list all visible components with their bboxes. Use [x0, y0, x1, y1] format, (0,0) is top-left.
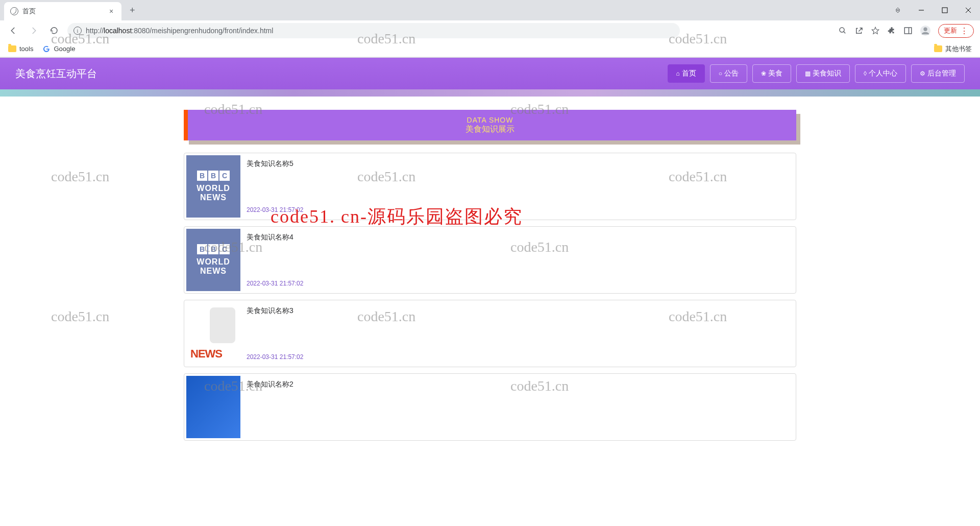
menu-dots-icon: ⋮ — [960, 26, 968, 36]
nav-label: 公告 — [724, 69, 739, 78]
address-bar: i http://localhost:8080/meishipengrenhud… — [0, 20, 980, 41]
url-text: http://localhost:8080/meishipengrenhudon… — [86, 27, 273, 35]
globe-icon — [10, 7, 18, 15]
main-nav: 美食烹饪互动平台 ⌂首页○公告❀美食▦美食知识◊个人中心⚙后台管理 — [0, 58, 980, 89]
tab-search-icon[interactable] — [886, 0, 910, 20]
card-title: 美食知识名称3 — [247, 306, 788, 316]
window-controls — [886, 0, 980, 20]
hero-banner — [0, 89, 980, 97]
nav-label: 后台管理 — [927, 69, 956, 78]
card-title: 美食知识名称2 — [247, 380, 788, 389]
update-label: 更新 — [944, 26, 957, 35]
brand-title: 美食烹饪互动平台 — [15, 67, 97, 81]
nav-icon: ▦ — [805, 70, 811, 77]
bookmark-label: Google — [54, 45, 75, 53]
bookmark-google[interactable]: Google — [42, 45, 75, 53]
browser-tab[interactable]: 首页 × — [4, 2, 121, 20]
url-field[interactable]: i http://localhost:8080/meishipengrenhud… — [67, 23, 680, 38]
card-body: 美食知识名称2 — [240, 376, 794, 438]
card-date: 2022-03-31 21:57:02 — [247, 353, 788, 361]
profile-icon[interactable] — [920, 25, 931, 36]
folder-icon — [934, 45, 942, 52]
page-content: 美食烹饪互动平台 ⌂首页○公告❀美食▦美食知识◊个人中心⚙后台管理 DATA S… — [0, 58, 980, 441]
bookmark-label: 其他书签 — [945, 44, 972, 54]
tab-title: 首页 — [22, 7, 103, 16]
side-panel-icon[interactable] — [903, 26, 913, 35]
nav-icon: ○ — [719, 70, 722, 77]
nav-icon: ◊ — [864, 70, 867, 77]
section-header: DATA SHOW 美食知识展示 — [184, 110, 796, 140]
nav-icon: ❀ — [761, 70, 766, 77]
back-button[interactable] — [6, 23, 20, 38]
thumbnail-news: NEWS — [186, 302, 240, 365]
nav-label: 首页 — [682, 69, 696, 78]
browser-chrome: 首页 × + i http://localhost:8080/meishipen… — [0, 0, 980, 58]
nav-icon: ⌂ — [676, 70, 680, 77]
list-item[interactable]: BBCWORLDNEWS美食知识名称42022-03-31 21:57:02 — [184, 226, 796, 294]
card-title: 美食知识名称5 — [247, 159, 788, 169]
svg-rect-6 — [904, 28, 912, 34]
card-date: 2022-03-31 21:57:02 — [247, 206, 788, 213]
update-button[interactable]: 更新 ⋮ — [938, 24, 974, 38]
google-icon — [42, 45, 51, 53]
section-subtitle: DATA SHOW — [467, 116, 513, 124]
zoom-icon[interactable] — [838, 26, 847, 35]
bookmark-star-icon[interactable] — [871, 26, 880, 35]
svg-rect-1 — [942, 8, 947, 13]
thumbnail-bbc: BBCWORLDNEWS — [186, 155, 240, 218]
tab-bar: 首页 × + — [0, 0, 980, 20]
thumbnail-blue — [186, 376, 240, 438]
card-title: 美食知识名称4 — [247, 233, 788, 242]
section-title: 美食知识展示 — [465, 124, 514, 135]
forward-button[interactable] — [27, 23, 41, 38]
accent-bar — [184, 110, 188, 140]
bookmark-tools[interactable]: tools — [8, 45, 33, 53]
list-item[interactable]: NEWS美食知识名称32022-03-31 21:57:02 — [184, 300, 796, 367]
nav-link-2[interactable]: ❀美食 — [752, 64, 791, 83]
nav-label: 个人中心 — [869, 69, 897, 78]
new-tab-button[interactable]: + — [126, 3, 139, 18]
svg-point-9 — [923, 28, 927, 31]
list-item[interactable]: BBCWORLDNEWS美食知识名称52022-03-31 21:57:02 — [184, 153, 796, 220]
close-tab-icon[interactable]: × — [107, 7, 115, 15]
nav-icon: ⚙ — [920, 70, 925, 77]
bookmark-label: tools — [19, 45, 33, 53]
card-date: 2022-03-31 21:57:02 — [247, 280, 788, 287]
site-info-icon[interactable]: i — [74, 27, 82, 35]
card-body: 美食知识名称32022-03-31 21:57:02 — [240, 302, 794, 365]
card-body: 美食知识名称52022-03-31 21:57:02 — [240, 155, 794, 218]
bookmarks-bar: tools Google 其他书签 — [0, 41, 980, 57]
nav-link-5[interactable]: ⚙后台管理 — [911, 64, 965, 83]
close-window-icon[interactable] — [957, 0, 980, 20]
nav-link-3[interactable]: ▦美食知识 — [796, 64, 850, 83]
thumbnail-bbc: BBCWORLDNEWS — [186, 229, 240, 291]
reload-button[interactable] — [47, 23, 61, 38]
nav-link-4[interactable]: ◊个人中心 — [855, 64, 906, 83]
svg-line-5 — [844, 32, 846, 34]
card-list: BBCWORLDNEWS美食知识名称52022-03-31 21:57:02BB… — [184, 153, 796, 441]
nav-label: 美食知识 — [813, 69, 841, 78]
nav-link-1[interactable]: ○公告 — [710, 64, 747, 83]
minimize-icon[interactable] — [910, 0, 933, 20]
bookmark-other[interactable]: 其他书签 — [934, 44, 972, 54]
share-icon[interactable] — [854, 26, 864, 35]
folder-icon — [8, 45, 16, 52]
maximize-icon[interactable] — [933, 0, 957, 20]
card-body: 美食知识名称42022-03-31 21:57:02 — [240, 229, 794, 291]
list-item[interactable]: 美食知识名称2 — [184, 373, 796, 441]
content-area: DATA SHOW 美食知识展示 BBCWORLDNEWS美食知识名称52022… — [184, 110, 796, 441]
nav-link-0[interactable]: ⌂首页 — [668, 64, 705, 83]
extensions-icon[interactable] — [887, 26, 896, 35]
nav-label: 美食 — [768, 69, 782, 78]
